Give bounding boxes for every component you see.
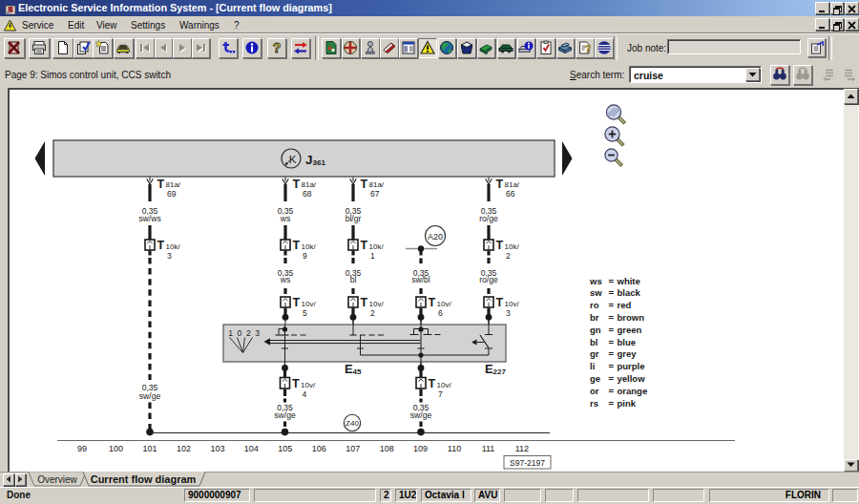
svg-text:T: T	[361, 239, 368, 252]
svg-text:br: br	[590, 312, 599, 323]
svg-text:sw/ge: sw/ge	[139, 391, 161, 401]
svg-text:104: 104	[244, 444, 259, 453]
svg-text:rs: rs	[590, 398, 598, 409]
svg-text:ws: ws	[589, 276, 602, 286]
svg-text:=: =	[609, 386, 615, 396]
svg-text:Overview: Overview	[37, 474, 77, 485]
svg-text:ro/ge: ro/ge	[479, 214, 498, 223]
svg-text:A20: A20	[428, 232, 443, 242]
svg-text:S97-2197: S97-2197	[510, 458, 545, 468]
svg-text:grey: grey	[618, 348, 638, 359]
svg-text:10v/: 10v/	[437, 300, 452, 308]
svg-text:T: T	[496, 178, 504, 191]
svg-text:108: 108	[380, 444, 394, 453]
svg-text:K: K	[289, 154, 297, 165]
svg-text:69: 69	[167, 189, 177, 199]
svg-text:101: 101	[142, 444, 157, 453]
svg-text:=: =	[609, 312, 615, 323]
svg-text:sw/ge: sw/ge	[410, 410, 432, 420]
svg-text:=: =	[609, 361, 615, 371]
svg-text:purple: purple	[618, 361, 645, 371]
svg-text:bl: bl	[350, 275, 357, 284]
svg-text:=: =	[609, 348, 615, 359]
svg-text:10v/: 10v/	[505, 300, 520, 308]
svg-text:T: T	[157, 178, 165, 191]
svg-text:3: 3	[167, 251, 172, 261]
svg-text:sw: sw	[590, 287, 602, 298]
svg-text:109: 109	[413, 444, 428, 453]
svg-text:gr: gr	[590, 348, 599, 359]
svg-text:T: T	[293, 178, 301, 191]
svg-text:68: 68	[303, 189, 312, 199]
svg-text:=: =	[609, 325, 615, 335]
svg-text:J: J	[305, 153, 313, 167]
svg-text:81a/: 81a/	[166, 180, 181, 189]
svg-text:Z40: Z40	[346, 419, 359, 428]
svg-text:10v/: 10v/	[369, 300, 385, 308]
svg-text:brown: brown	[618, 312, 645, 323]
svg-text:10k/: 10k/	[505, 242, 520, 251]
svg-text:3: 3	[255, 328, 260, 338]
svg-text:ws: ws	[280, 275, 291, 284]
svg-text:6: 6	[438, 308, 443, 318]
svg-text:=: =	[609, 373, 615, 384]
svg-text:112: 112	[515, 444, 529, 453]
svg-text:T: T	[293, 296, 301, 309]
svg-text:=: =	[609, 337, 615, 347]
svg-text:Current flow diagram: Current flow diagram	[91, 473, 197, 485]
svg-text:green: green	[618, 325, 642, 335]
svg-text:45: 45	[353, 368, 362, 376]
svg-text:T: T	[429, 296, 436, 309]
svg-text:1: 1	[228, 328, 233, 338]
svg-text:2: 2	[506, 251, 511, 261]
svg-text:10k/: 10k/	[369, 242, 385, 251]
svg-text:=: =	[609, 276, 615, 286]
svg-text:ro/ge: ro/ge	[479, 275, 498, 284]
svg-text:li: li	[590, 361, 595, 371]
svg-text:yellow: yellow	[618, 373, 646, 384]
svg-text:bl: bl	[590, 337, 597, 347]
svg-text:66: 66	[506, 189, 515, 199]
svg-text:227: 227	[493, 368, 507, 376]
svg-text:102: 102	[177, 444, 191, 453]
svg-text:pink: pink	[618, 398, 637, 409]
svg-text:67: 67	[370, 189, 380, 199]
svg-text:81a/: 81a/	[302, 180, 317, 189]
svg-text:0: 0	[238, 328, 242, 338]
svg-text:T: T	[293, 239, 301, 252]
svg-text:105: 105	[278, 444, 292, 453]
svg-text:111: 111	[482, 444, 495, 453]
svg-text:103: 103	[210, 444, 224, 453]
svg-text:=: =	[609, 300, 615, 310]
svg-text:2: 2	[246, 328, 251, 338]
svg-text:T: T	[292, 377, 300, 390]
svg-text:bl/gr: bl/gr	[346, 214, 362, 223]
svg-text:red: red	[618, 300, 632, 310]
svg-text:T: T	[361, 178, 368, 191]
svg-text:99: 99	[77, 444, 87, 453]
svg-text:4: 4	[303, 389, 307, 399]
svg-text:ro: ro	[590, 300, 599, 310]
svg-text:100: 100	[109, 444, 123, 453]
svg-text:5: 5	[303, 308, 307, 318]
svg-text:T: T	[429, 377, 436, 390]
svg-text:black: black	[618, 287, 641, 298]
svg-text:ge: ge	[590, 373, 600, 384]
svg-text:9: 9	[303, 251, 307, 261]
svg-text:7: 7	[438, 389, 443, 399]
svg-text:sw/ws: sw/ws	[138, 214, 160, 223]
svg-text:110: 110	[448, 444, 461, 453]
svg-text:10k/: 10k/	[302, 242, 317, 251]
svg-text:3: 3	[506, 308, 511, 318]
svg-text:81a/: 81a/	[369, 180, 385, 189]
svg-text:orange: orange	[618, 386, 648, 396]
svg-text:10v/: 10v/	[301, 381, 316, 389]
svg-text:blue: blue	[618, 337, 637, 347]
svg-text:106: 106	[312, 444, 326, 453]
svg-text:T: T	[496, 239, 504, 252]
svg-text:81a/: 81a/	[505, 180, 520, 189]
svg-text:ws: ws	[280, 214, 291, 223]
svg-text:gn: gn	[590, 325, 601, 335]
svg-text:T: T	[496, 296, 504, 309]
svg-text:10v/: 10v/	[302, 300, 317, 308]
